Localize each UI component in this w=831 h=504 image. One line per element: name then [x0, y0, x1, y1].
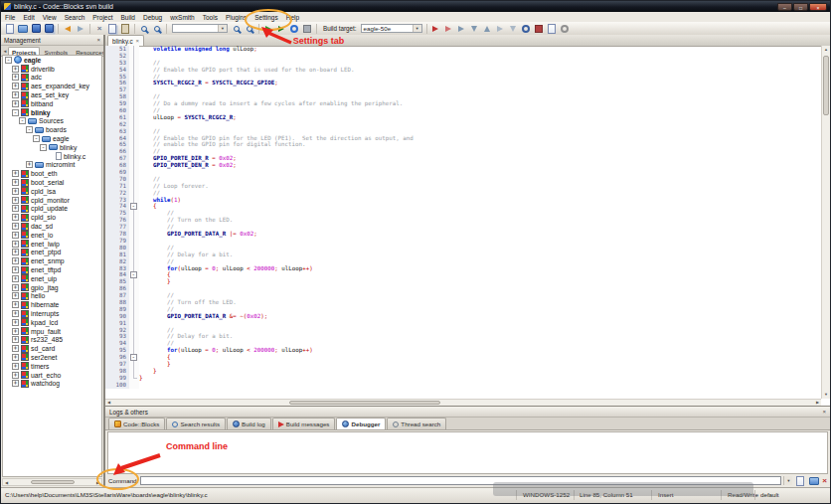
log-tab-codeblocks[interactable]: Code::Blocks: [108, 418, 165, 429]
tree-item-cpld_sio[interactable]: +cpld_sio: [3, 213, 101, 222]
copy-icon[interactable]: [106, 23, 118, 35]
editor-horizontal-scrollbar[interactable]: ◀ ▶: [105, 399, 821, 406]
tree-horizontal-scrollbar[interactable]: ◀ ▶: [2, 478, 102, 486]
fold-margin[interactable]: [129, 258, 139, 265]
tree-expand-icon[interactable]: +: [12, 284, 19, 291]
tree-item-boot_eth[interactable]: +boot_eth: [3, 169, 101, 178]
tree-item-blinky-c[interactable]: blinky.c: [3, 152, 101, 161]
various-info-icon[interactable]: [559, 23, 571, 35]
tree-expand-icon[interactable]: +: [12, 328, 19, 335]
fold-margin[interactable]: [129, 60, 139, 67]
debugging-windows-icon[interactable]: [546, 23, 558, 35]
tree-expand-icon[interactable]: +: [12, 83, 19, 89]
search-in-files-icon[interactable]: [244, 23, 255, 35]
fold-margin[interactable]: -: [129, 354, 139, 361]
fold-margin[interactable]: [129, 162, 139, 169]
save-icon[interactable]: [30, 23, 42, 35]
find-icon[interactable]: [138, 23, 150, 35]
tree-item-rs232_485[interactable]: +rs232_485: [3, 336, 101, 345]
fold-margin[interactable]: [129, 333, 139, 340]
fold-margin[interactable]: [129, 327, 139, 334]
logs-close-icon[interactable]: ×: [822, 409, 826, 415]
fold-margin[interactable]: [129, 238, 139, 245]
tree-item-cpld_monitor[interactable]: +cpld_monitor: [3, 196, 101, 205]
tree-expand-icon[interactable]: +: [12, 66, 19, 73]
close-log-icon[interactable]: ×: [822, 477, 827, 485]
cut-icon[interactable]: ×: [93, 23, 105, 35]
tree-item-cpld_update[interactable]: +cpld_update: [3, 205, 101, 214]
tree-item-enet_tftpd[interactable]: +enet_tftpd: [3, 265, 101, 274]
scroll-left-icon[interactable]: ◀: [3, 479, 10, 485]
menu-help[interactable]: Help: [282, 12, 303, 22]
menu-debug[interactable]: Debug: [139, 12, 166, 22]
fold-margin[interactable]: [129, 210, 139, 217]
management-close-icon[interactable]: ×: [96, 37, 100, 43]
fold-collapse-icon[interactable]: -: [130, 203, 137, 210]
tree-expand-icon[interactable]: +: [12, 336, 19, 343]
fold-margin[interactable]: [129, 368, 139, 375]
tree-expand-icon[interactable]: -: [40, 144, 47, 151]
tree-item-eagle[interactable]: -eagle: [3, 56, 101, 65]
tree-item-adc[interactable]: +adc: [3, 74, 101, 83]
tree-expand-icon[interactable]: +: [12, 205, 19, 212]
close-button[interactable]: ×: [809, 3, 827, 11]
tree-expand-icon[interactable]: +: [12, 232, 19, 239]
tree-item-gpio_jtag[interactable]: +gpio_jtag: [3, 283, 101, 292]
stop-debugger-icon[interactable]: [533, 23, 545, 35]
fold-margin[interactable]: [129, 340, 139, 347]
build-target-dropdown-icon[interactable]: ▾: [413, 25, 421, 32]
fold-margin[interactable]: [129, 285, 139, 292]
fold-margin[interactable]: [129, 375, 139, 382]
fold-margin[interactable]: [129, 155, 139, 162]
fold-margin[interactable]: [129, 361, 139, 368]
tree-expand-icon[interactable]: +: [12, 266, 19, 273]
debug-continue-icon[interactable]: [429, 23, 441, 35]
abort-icon[interactable]: [301, 23, 313, 35]
log-save-icon[interactable]: [794, 475, 806, 487]
menu-file[interactable]: File: [1, 12, 19, 22]
fold-margin[interactable]: [129, 141, 139, 148]
tree-item-eagle[interactable]: -eagle: [3, 134, 101, 143]
tree-item-enet_io[interactable]: +enet_io: [3, 231, 101, 240]
tree-item-ser2enet[interactable]: +ser2enet: [3, 353, 101, 362]
fold-margin[interactable]: [129, 93, 139, 100]
fold-margin[interactable]: [129, 114, 139, 121]
incremental-search-combobox[interactable]: ▾: [172, 24, 228, 33]
tree-item-kpad_lcd[interactable]: +kpad_lcd: [3, 318, 101, 327]
tree-expand-icon[interactable]: -: [12, 109, 19, 116]
tree-item-driverlib[interactable]: +driverlib: [3, 65, 101, 74]
tree-item-enet_ptpd[interactable]: +enet_ptpd: [3, 249, 101, 257]
tree-item-bitband[interactable]: +bitband: [3, 99, 101, 108]
fold-margin[interactable]: [129, 313, 139, 320]
step-into-icon[interactable]: [468, 23, 480, 35]
tab-close-icon[interactable]: ×: [136, 38, 140, 44]
undo-icon[interactable]: [62, 23, 74, 35]
tree-item-aes_set_key[interactable]: +aes_set_key: [3, 90, 101, 99]
fold-margin[interactable]: [129, 169, 139, 176]
fold-margin[interactable]: [129, 121, 139, 128]
tree-expand-icon[interactable]: +: [12, 179, 19, 186]
fold-margin[interactable]: [129, 320, 139, 327]
tree-item-boards[interactable]: -boards: [3, 125, 101, 134]
fold-margin[interactable]: [129, 135, 139, 142]
fold-margin[interactable]: -: [129, 203, 139, 210]
tree-expand-icon[interactable]: +: [12, 292, 19, 299]
step-into-instruction-icon[interactable]: [507, 23, 519, 35]
log-tab-debugger[interactable]: Debugger: [336, 418, 386, 429]
minimize-button[interactable]: –: [777, 3, 792, 11]
tree-item-enet_snmp[interactable]: +enet_snmp: [3, 256, 101, 265]
paste-icon[interactable]: [119, 23, 131, 35]
scroll-thumb[interactable]: [823, 56, 829, 115]
editor-vertical-scrollbar[interactable]: ▲ ▼: [821, 46, 830, 399]
open-file-icon[interactable]: [17, 23, 29, 35]
tree-item-blinky[interactable]: -blinky: [3, 108, 101, 117]
tree-item-enet_uip[interactable]: +enet_uip: [3, 274, 101, 283]
log-tab-build-log[interactable]: Build log: [227, 418, 271, 429]
tree-expand-icon[interactable]: +: [12, 345, 19, 352]
tree-expand-icon[interactable]: +: [12, 197, 19, 204]
fold-margin[interactable]: [129, 224, 139, 231]
menu-settings[interactable]: Settings: [250, 12, 282, 22]
scroll-down-icon[interactable]: ▼: [822, 391, 830, 399]
fold-margin[interactable]: [129, 183, 139, 190]
fold-margin[interactable]: [129, 53, 139, 60]
